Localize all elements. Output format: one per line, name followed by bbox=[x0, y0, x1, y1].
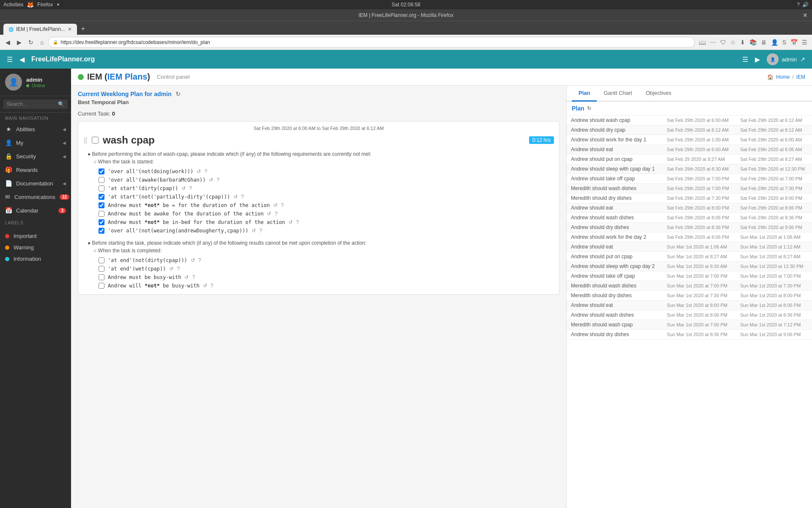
breadcrumb-iem[interactable]: IEM bbox=[796, 74, 805, 80]
req-checkbox-5[interactable] bbox=[99, 211, 104, 217]
plan-refresh-icon[interactable]: ↻ bbox=[587, 105, 591, 111]
breadcrumb-sep: / bbox=[792, 74, 793, 80]
plan-end-5: Sat Feb 29th 2020 at 12:30 PM bbox=[736, 164, 812, 174]
req-help-6[interactable]: ? bbox=[296, 219, 299, 225]
comp-req-help-1[interactable]: ? bbox=[177, 266, 180, 272]
comp-req-help-2[interactable]: ? bbox=[192, 274, 195, 280]
table-row: Andrew should take off cpap Sun Mar 1st … bbox=[567, 271, 812, 281]
menu-dots-icon[interactable]: ⋯ bbox=[709, 38, 717, 47]
label-warning[interactable]: Warning bbox=[0, 242, 71, 253]
dropdown-arrow[interactable]: ▼ bbox=[56, 3, 60, 7]
comp-req-sync-0[interactable]: ↺ bbox=[191, 257, 195, 263]
forward-button[interactable]: ▶ bbox=[15, 38, 24, 47]
iem-plans-link[interactable]: IEM Plans bbox=[107, 72, 147, 81]
comp-req-checkbox-3[interactable] bbox=[99, 283, 104, 289]
hamburger-icon[interactable]: ☰ bbox=[7, 55, 13, 64]
activities-label[interactable]: Activities bbox=[3, 2, 23, 8]
label-important[interactable]: Important bbox=[0, 230, 71, 242]
search-input[interactable] bbox=[7, 101, 55, 107]
req-help-3[interactable]: ? bbox=[241, 194, 244, 200]
req-sync-0[interactable]: ↺ bbox=[197, 168, 201, 174]
browser-tab-active[interactable]: 🌐 IEM | FreeLifePlann... ✕ bbox=[3, 24, 77, 35]
back-nav-icon[interactable]: ◀ bbox=[19, 55, 25, 64]
firefox-label[interactable]: Firefox bbox=[37, 2, 53, 8]
tab-objectives[interactable]: Objectives bbox=[639, 86, 678, 102]
reader-icon[interactable]: 📖 bbox=[697, 38, 707, 47]
list-icon[interactable]: ☰ bbox=[742, 55, 748, 64]
comp-req-sync-3[interactable]: ↺ bbox=[203, 283, 207, 289]
back-button[interactable]: ◀ bbox=[3, 38, 12, 47]
req-checkbox-6[interactable] bbox=[99, 219, 104, 225]
sidebar-item-abilities[interactable]: ★ Abilities ◀ bbox=[0, 122, 71, 136]
tab-plan[interactable]: Plan bbox=[572, 86, 597, 102]
req-sync-5[interactable]: ↺ bbox=[267, 211, 271, 217]
share-icon[interactable]: ↗ bbox=[800, 56, 805, 63]
sidebar-item-communications[interactable]: ✉ Communications 32 bbox=[0, 190, 71, 204]
req-checkbox-4[interactable] bbox=[99, 202, 104, 208]
req-sync-1[interactable]: ↺ bbox=[209, 177, 213, 183]
comp-req-sync-2[interactable]: ↺ bbox=[184, 274, 189, 280]
label-information[interactable]: Information bbox=[0, 253, 71, 265]
req-help-5[interactable]: ? bbox=[274, 211, 277, 217]
new-tab-button[interactable]: + bbox=[78, 23, 88, 35]
req-sync-7[interactable]: ↺ bbox=[252, 228, 256, 234]
download-icon[interactable]: ⬇ bbox=[739, 38, 746, 47]
user-icon[interactable]: 👤 bbox=[770, 38, 779, 47]
req-checkbox-0[interactable] bbox=[99, 168, 104, 174]
req-checkbox-7[interactable] bbox=[99, 228, 104, 234]
refresh-plan-icon[interactable]: ↻ bbox=[176, 91, 181, 97]
req-help-4[interactable]: ? bbox=[281, 202, 284, 208]
comp-req-help-3[interactable]: ? bbox=[211, 283, 214, 289]
req-help-2[interactable]: ? bbox=[189, 185, 192, 191]
current-weeklong-link[interactable]: Current Weeklong Plan for admin bbox=[78, 91, 171, 97]
bookmark-icon[interactable]: ☆ bbox=[729, 38, 737, 47]
req-sync-3[interactable]: ↺ bbox=[233, 194, 238, 200]
comp-req-sync-1[interactable]: ↺ bbox=[169, 266, 173, 272]
tab-close-icon[interactable]: ✕ bbox=[68, 26, 72, 32]
task-badge: 0:12 hrs bbox=[529, 136, 554, 144]
comp-req-checkbox-2[interactable] bbox=[99, 274, 104, 280]
os-volume-icon[interactable]: 🔊 bbox=[802, 2, 809, 8]
req-checkbox-1[interactable] bbox=[99, 177, 104, 183]
req-sync-2[interactable]: ↺ bbox=[181, 185, 186, 191]
sidebar-item-documentation[interactable]: 📄 Documentation ◀ bbox=[0, 177, 71, 190]
reload-button[interactable]: ↻ bbox=[26, 38, 36, 47]
address-bar[interactable]: 🔒 https://dev.freelifeplanner.org/frdcsa… bbox=[48, 37, 694, 48]
rewards-icon: 🎁 bbox=[5, 166, 12, 173]
sidebar-item-calendar[interactable]: 📅 Calendar 3 bbox=[0, 204, 71, 217]
home-button[interactable]: ⌂ bbox=[38, 38, 46, 47]
sidebar-item-rewards[interactable]: 🎁 Rewards bbox=[0, 163, 71, 177]
comp-req-checkbox-0[interactable] bbox=[99, 257, 104, 263]
shield-icon[interactable]: 🛡 bbox=[719, 38, 727, 47]
close-button[interactable]: ✕ bbox=[803, 12, 808, 19]
sync-icon[interactable]: S bbox=[781, 38, 787, 47]
browser-chrome: IEM | FreeLifePlanner.org - Mozilla Fire… bbox=[0, 9, 812, 50]
sidebar-item-my[interactable]: 👤 My ◀ bbox=[0, 136, 71, 149]
comp-req-text-3: Andrew will *not* be busy-with bbox=[108, 283, 200, 289]
library-icon[interactable]: 📚 bbox=[748, 38, 758, 47]
tab-gantt-chart[interactable]: Gantt Chart bbox=[597, 86, 639, 102]
os-help-icon[interactable]: ? bbox=[797, 2, 800, 8]
security-arrow: ◀ bbox=[63, 154, 66, 159]
comp-req-help-0[interactable]: ? bbox=[198, 257, 201, 263]
sidebar-item-security[interactable]: 🔒 Security ◀ bbox=[0, 149, 71, 163]
req-sync-6[interactable]: ↺ bbox=[288, 219, 293, 225]
task-checkbox[interactable] bbox=[92, 137, 99, 144]
screen-icon[interactable]: 🖥 bbox=[760, 38, 768, 47]
breadcrumb-home[interactable]: Home bbox=[776, 74, 790, 80]
req-help-7[interactable]: ? bbox=[259, 228, 262, 234]
calendar-nav-icon[interactable]: 📅 bbox=[789, 38, 799, 47]
drag-handle[interactable]: ⣿ bbox=[83, 137, 88, 144]
search-box[interactable]: 🔍 bbox=[3, 99, 68, 109]
req-help-1[interactable]: ? bbox=[217, 177, 219, 183]
header-user[interactable]: 👤 admin ↗ bbox=[767, 53, 805, 65]
comp-req-checkbox-1[interactable] bbox=[99, 266, 104, 272]
req-checkbox-3[interactable] bbox=[99, 194, 104, 200]
plan-start-2: Sat Feb 29th 2020 at 1:00 AM bbox=[663, 135, 736, 145]
req-sync-4[interactable]: ↺ bbox=[273, 202, 277, 208]
plan-section-label: Plan bbox=[572, 105, 584, 112]
overflow-icon[interactable]: ☰ bbox=[801, 38, 809, 47]
req-help-0[interactable]: ? bbox=[204, 168, 207, 174]
forward-nav-icon[interactable]: ▶ bbox=[755, 55, 760, 64]
req-checkbox-2[interactable] bbox=[99, 185, 104, 191]
